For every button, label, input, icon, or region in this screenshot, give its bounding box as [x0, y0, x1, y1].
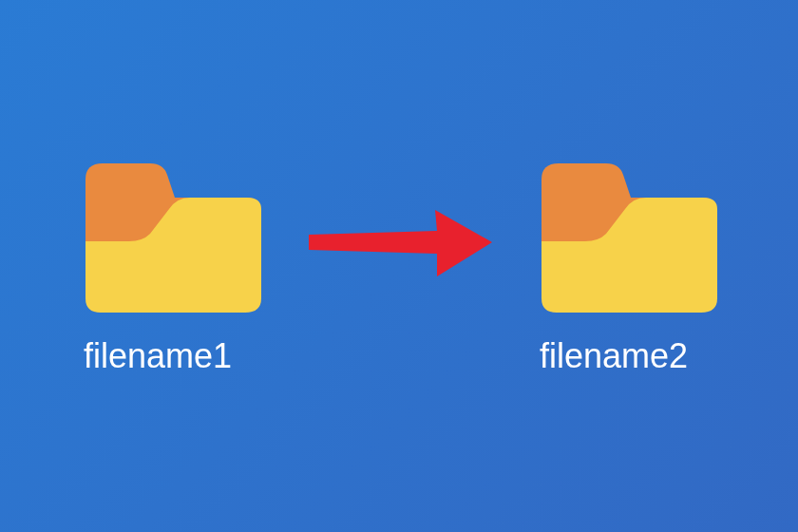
source-folder-group: filename1	[76, 156, 266, 376]
arrow-container	[304, 204, 494, 280]
arrow-right-icon	[304, 204, 494, 280]
destination-folder-label: filename2	[532, 336, 688, 376]
source-folder-label: filename1	[76, 336, 232, 376]
diagram-container: filename1 filename2	[0, 156, 798, 376]
folder-icon	[76, 156, 266, 317]
destination-folder-group: filename2	[532, 156, 722, 376]
folder-icon	[532, 156, 722, 317]
